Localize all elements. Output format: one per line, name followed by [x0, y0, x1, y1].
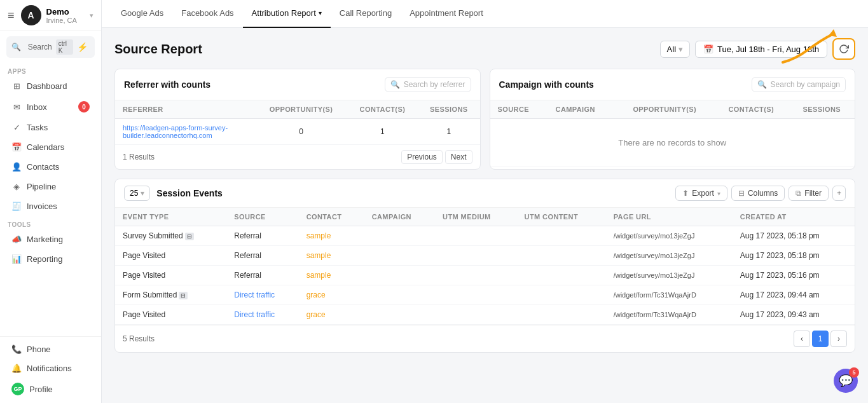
cell-contact[interactable]: grace — [299, 305, 364, 325]
all-chevron-icon: ▾ — [679, 44, 683, 54]
per-page-select[interactable]: 25 ▾ — [124, 186, 150, 201]
cell-page-url: /widget/survey/mo13jeZgJ — [606, 266, 733, 285]
referrer-card-header: Referrer with counts 🔍 Search by referre… — [115, 69, 480, 100]
referrer-title: Referrer with counts — [124, 79, 210, 90]
search-bar[interactable]: 🔍 Search ctrl K ⚡ — [6, 36, 95, 58]
sidebar-item-profile[interactable]: GP Profile — [4, 378, 97, 400]
cell-campaign — [364, 246, 435, 266]
phone-icon: 📞 — [11, 345, 22, 354]
sidebar-item-tasks[interactable]: ✓ Tasks — [4, 118, 97, 137]
per-page-chevron-icon: ▾ — [141, 189, 144, 198]
sidebar-item-calendars[interactable]: 📅 Calendars — [4, 138, 97, 156]
nav-call-reporting[interactable]: Call Reporting — [331, 0, 401, 28]
search-icon: 🔍 — [11, 43, 24, 51]
search-icon: 🔍 — [390, 80, 400, 89]
table-row: https://leadgen-apps-form-survey-builder… — [115, 119, 480, 145]
svg-marker-0 — [829, 29, 837, 37]
cell-utm-content — [517, 226, 606, 246]
chat-button[interactable]: 💬 5 — [834, 369, 858, 393]
cell-created-at: Aug 17 2023, 05:18 pm — [733, 226, 855, 246]
referrer-sessions: 1 — [418, 119, 479, 145]
sidebar-item-label: Inbox — [27, 102, 47, 112]
pag-next-btn[interactable]: › — [830, 331, 847, 347]
contacts-icon: 👤 — [11, 162, 22, 172]
sidebar-bottom: 📞 Phone 🔔 Notifications GP Profile — [0, 336, 101, 403]
sidebar-item-pipeline[interactable]: ◈ Pipeline — [4, 177, 97, 196]
marketing-icon: 📣 — [11, 235, 22, 244]
campaign-title: Campaign with counts — [499, 79, 594, 90]
add-column-button[interactable]: + — [832, 186, 846, 201]
sidebar-item-contacts[interactable]: 👤 Contacts — [4, 158, 97, 176]
account-chevron-icon[interactable]: ▾ — [90, 11, 93, 20]
cell-campaign — [364, 305, 435, 325]
session-pagination: ‹ 1 › — [794, 331, 847, 347]
cell-page-url: /widget/form/Tc31WqaAjrD — [606, 285, 733, 305]
pag-prev-btn[interactable]: ‹ — [794, 331, 810, 347]
col-created-at: CREATED AT — [733, 208, 855, 226]
cell-source: Referral — [226, 246, 298, 266]
cell-event-type: Page Visited — [115, 305, 226, 325]
hamburger-icon[interactable]: ≡ — [8, 9, 15, 22]
filter-button[interactable]: ⧉ Filter — [789, 186, 829, 201]
pipeline-icon: ◈ — [11, 182, 22, 191]
table-row: Page Visited Referral sample /widget/sur… — [115, 266, 855, 285]
cell-utm-medium — [435, 246, 517, 266]
session-section: 25 ▾ Session Events ⬆ Export ▾ ⊟ Columns — [114, 179, 855, 353]
sidebar-item-reporting[interactable]: 📊 Reporting — [4, 250, 97, 268]
sidebar-item-label: Profile — [29, 385, 53, 394]
sidebar-item-label: Dashboard — [27, 81, 67, 91]
nav-google-ads[interactable]: Google Ads — [112, 0, 172, 28]
filter-icon: ⧉ — [796, 189, 801, 198]
cell-source[interactable]: Direct traffic — [226, 305, 298, 325]
cell-source[interactable]: Direct traffic — [226, 285, 298, 305]
sidebar-item-phone[interactable]: 📞 Phone — [4, 340, 97, 359]
add-col-icon: + — [837, 189, 841, 198]
refresh-button[interactable] — [832, 38, 855, 60]
reporting-icon: 📊 — [11, 254, 22, 264]
nav-facebook-ads[interactable]: Facebook Ads — [172, 0, 242, 28]
cell-page-url: /widget/survey/mo13jeZgJ — [606, 226, 733, 246]
export-button[interactable]: ⬆ Export ▾ — [675, 186, 727, 201]
nav-attribution-report[interactable]: Attribution Report ▾ — [243, 0, 331, 28]
cell-contact[interactable]: sample — [299, 246, 364, 266]
cell-source: Referral — [226, 266, 298, 285]
date-range-picker[interactable]: 📅 Tue, Jul 18th - Fri, Aug 18th — [695, 41, 827, 58]
campaign-search[interactable]: 🔍 Search by campaign — [752, 77, 846, 92]
account-info: Demo Irvine, CA — [46, 7, 85, 24]
notifications-icon: 🔔 — [11, 364, 22, 373]
columns-button[interactable]: ⊟ Columns — [731, 186, 785, 201]
campaign-card: Campaign with counts 🔍 Search by campaig… — [490, 69, 856, 170]
col-event-type: EVENT TYPE — [115, 208, 226, 226]
col-opp: OPPORTUNITY(S) — [616, 100, 713, 119]
referrer-prev-btn[interactable]: Previous — [401, 150, 443, 164]
cell-created-at: Aug 17 2023, 09:44 am — [733, 285, 855, 305]
cell-contact[interactable]: sample — [299, 226, 364, 246]
referrer-search[interactable]: 🔍 Search by referrer — [385, 77, 471, 92]
sidebar-item-marketing[interactable]: 📣 Marketing — [4, 230, 97, 249]
sidebar-item-notifications[interactable]: 🔔 Notifications — [4, 359, 97, 378]
session-title: Session Events — [156, 188, 223, 198]
cell-contact[interactable]: grace — [299, 285, 364, 305]
sidebar-item-dashboard[interactable]: ⊞ Dashboard — [4, 77, 97, 95]
sidebar-item-label: Invoices — [27, 202, 57, 211]
table-row: Page Visited Direct traffic grace /widge… — [115, 305, 855, 325]
col-con: CONTACT(S) — [713, 100, 789, 119]
cell-contact[interactable]: sample — [299, 266, 364, 285]
col-sessions: SESSIONS — [418, 100, 479, 119]
report-grid: Referrer with counts 🔍 Search by referre… — [114, 69, 855, 170]
cell-event-type: Page Visited — [115, 266, 226, 285]
apps-section-label: Apps — [0, 63, 101, 76]
referrer-table: REFERRER OPPORTUNITY(S) CONTACT(S) SESSI… — [115, 100, 480, 145]
pag-page-1[interactable]: 1 — [812, 331, 829, 347]
referrer-card: Referrer with counts 🔍 Search by referre… — [114, 69, 481, 170]
session-header: 25 ▾ Session Events ⬆ Export ▾ ⊟ Columns — [115, 179, 855, 208]
sidebar-item-inbox[interactable]: ✉ Inbox 0 — [4, 97, 97, 117]
col-campaign: CAMPAIGN — [548, 100, 616, 119]
filter-all-select[interactable]: All ▾ — [660, 41, 690, 58]
cell-campaign — [364, 266, 435, 285]
no-records-row: There are no records to show — [490, 119, 855, 167]
referrer-next-btn[interactable]: Next — [445, 150, 472, 164]
nav-appointment-report[interactable]: Appointment Report — [401, 0, 492, 28]
sidebar-item-invoices[interactable]: 🧾 Invoices — [4, 197, 97, 215]
cell-utm-medium — [435, 305, 517, 325]
